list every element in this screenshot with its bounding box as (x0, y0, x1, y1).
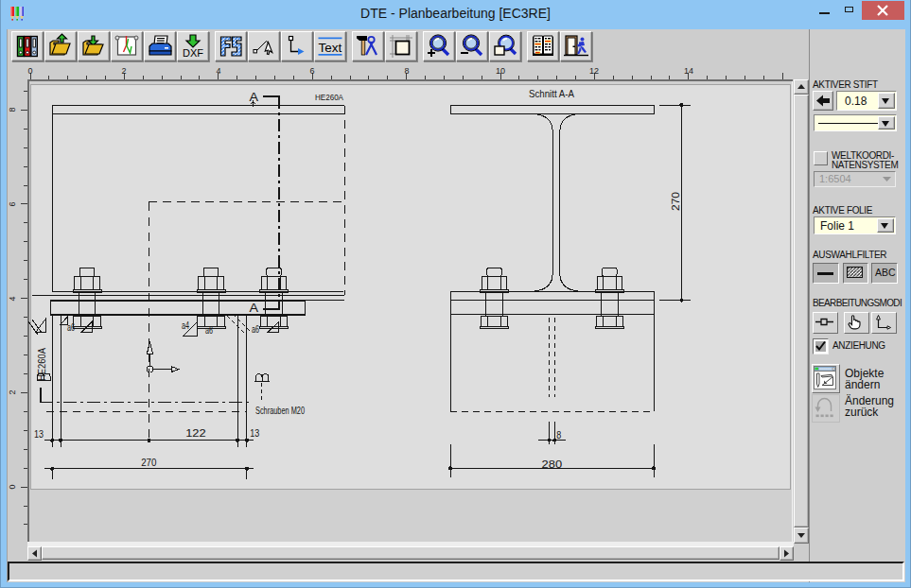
svg-text:Schnitt A-A: Schnitt A-A (529, 88, 575, 99)
svg-text:A: A (250, 301, 259, 315)
svg-text:Schrauben M20: Schrauben M20 (255, 405, 305, 416)
svg-text:270: 270 (670, 192, 681, 211)
svg-text:280: 280 (542, 458, 563, 470)
svg-text:HE260A: HE260A (37, 348, 47, 381)
svg-text:122: 122 (185, 427, 206, 439)
svg-text:8: 8 (404, 66, 409, 76)
svg-text:a6: a6 (252, 324, 259, 335)
svg-text:A: A (250, 90, 259, 104)
svg-text:13: 13 (34, 428, 44, 440)
svg-text:13: 13 (250, 427, 259, 439)
svg-text:2: 2 (8, 389, 17, 394)
svg-text:HE260A: HE260A (315, 92, 344, 102)
svg-text:0: 0 (8, 484, 17, 489)
svg-text:4: 4 (216, 66, 220, 76)
svg-text:8: 8 (8, 107, 17, 112)
svg-text:6: 6 (8, 201, 17, 206)
svg-text:12: 12 (589, 66, 599, 76)
svg-text:0: 0 (27, 66, 32, 76)
svg-text:10: 10 (496, 66, 505, 76)
svg-text:6: 6 (309, 66, 314, 76)
svg-text:a4: a4 (182, 320, 189, 331)
svg-text:8: 8 (556, 429, 561, 441)
svg-text:14: 14 (684, 66, 693, 76)
svg-text:a6: a6 (67, 322, 75, 333)
svg-text:4: 4 (8, 296, 17, 301)
svg-text:2: 2 (121, 66, 126, 76)
svg-text:270: 270 (141, 457, 156, 468)
svg-text:a6: a6 (205, 325, 213, 336)
